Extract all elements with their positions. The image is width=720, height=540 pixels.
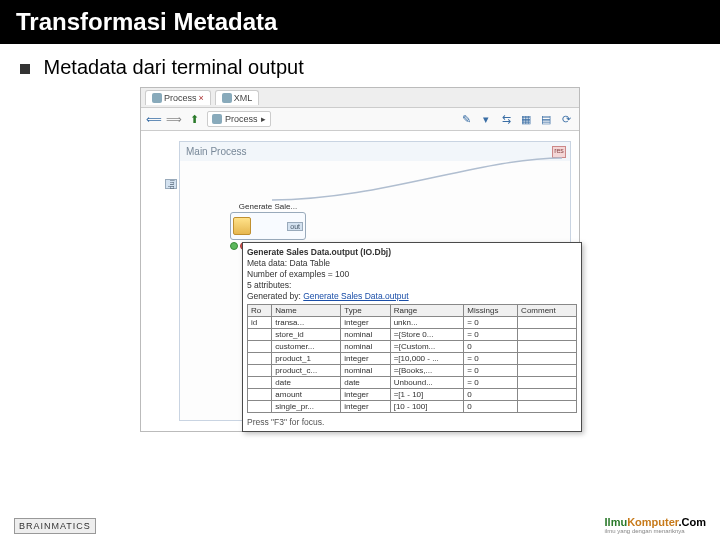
tab-process[interactable]: Process ×	[145, 90, 211, 105]
tooltip-genby: Generated by: Generate Sales Data.output	[247, 291, 577, 301]
wand-icon[interactable]: ✎	[459, 112, 473, 126]
process-icon	[152, 93, 162, 103]
toolbar-right: ✎ ▾ ⇆ ▦ ▤ ⟳	[459, 112, 573, 126]
table-cell: =[1 - 10]	[390, 389, 464, 401]
bullet-icon	[20, 64, 30, 74]
table-cell: = 0	[464, 365, 518, 377]
table-icon	[233, 217, 251, 235]
table-cell	[248, 341, 272, 353]
table-row: store_idnominal={Store 0...= 0	[248, 329, 577, 341]
tooltip-footer: Press "F3" for focus.	[247, 417, 577, 427]
table-cell: id	[248, 317, 272, 329]
table-row: product_c...nominal={Books,...= 0	[248, 365, 577, 377]
table-cell	[248, 401, 272, 413]
table-cell	[248, 389, 272, 401]
table-cell: 0	[464, 341, 518, 353]
table-cell	[248, 353, 272, 365]
result-port[interactable]: res	[552, 146, 566, 158]
table-cell: integer	[341, 401, 390, 413]
down-icon[interactable]: ▾	[479, 112, 493, 126]
table-cell: single_pr...	[272, 401, 341, 413]
table-cell: = 0	[464, 317, 518, 329]
grid-icon[interactable]: ▦	[519, 112, 533, 126]
col-type: Type	[341, 305, 390, 317]
col-range: Range	[390, 305, 464, 317]
table-cell	[518, 317, 577, 329]
table-cell: nominal	[341, 341, 390, 353]
tab-label: Process	[164, 93, 197, 103]
arrows-icon[interactable]: ⇆	[499, 112, 513, 126]
table-cell	[518, 389, 577, 401]
app-window: Process × XML ⟸ ⟹ ⬆ Process ▸ ✎ ▾ ⇆ ▦ ▤ …	[140, 87, 580, 432]
forward-icon[interactable]: ⟹	[167, 112, 181, 126]
toolbar-left: ⟸ ⟹ ⬆ Process ▸	[147, 111, 271, 127]
main-process-title: Main Process	[180, 142, 570, 161]
up-icon[interactable]: ⬆	[187, 112, 201, 126]
table-cell: ={Books,...	[390, 365, 464, 377]
table-row: idtransa...integerunkn...= 0	[248, 317, 577, 329]
table-cell: = 0	[464, 329, 518, 341]
table-cell: customer...	[272, 341, 341, 353]
table-cell: = 0	[464, 353, 518, 365]
toolbar: ⟸ ⟹ ⬆ Process ▸ ✎ ▾ ⇆ ▦ ▤ ⟳	[141, 108, 579, 131]
metadata-table: Ro Name Type Range Missings Comment idtr…	[247, 304, 577, 413]
operator-body[interactable]: out	[230, 212, 306, 240]
back-icon[interactable]: ⟸	[147, 112, 161, 126]
operator-out-port[interactable]: out	[287, 222, 303, 231]
tooltip-examples: Number of examples = 100	[247, 269, 577, 279]
table-cell: date	[341, 377, 390, 389]
table-cell: product_1	[272, 353, 341, 365]
tooltip-title: Generate Sales Data.output (IO.Dbj)	[247, 247, 577, 257]
tooltip-attrs: 5 attributes:	[247, 280, 577, 290]
table-row: amountinteger=[1 - 10]0	[248, 389, 577, 401]
table-cell	[248, 365, 272, 377]
table-cell: date	[272, 377, 341, 389]
breadcrumb[interactable]: Process ▸	[207, 111, 271, 127]
chevron-right-icon: ▸	[261, 114, 266, 124]
table-cell: Unbound...	[390, 377, 464, 389]
table-cell: 0	[464, 401, 518, 413]
col-missings: Missings	[464, 305, 518, 317]
table-cell	[248, 377, 272, 389]
table-cell: [10 - 100]	[390, 401, 464, 413]
subtitle-text: Metadata dari terminal output	[44, 56, 304, 78]
breadcrumb-label: Process	[225, 114, 258, 124]
genby-link[interactable]: Generate Sales Data.output	[303, 291, 408, 301]
table-cell: ={Custom...	[390, 341, 464, 353]
logo-part-c: .Com	[679, 516, 707, 528]
table-cell	[518, 341, 577, 353]
tab-xml[interactable]: XML	[215, 90, 260, 105]
logo-ilmukomputer: IlmuKomputer.Com ilmu yang dengan menari…	[605, 516, 706, 534]
table-cell: integer	[341, 317, 390, 329]
metadata-tooltip: Generate Sales Data.output (IO.Dbj) Meta…	[242, 242, 582, 432]
table-cell: =[10,000 - ...	[390, 353, 464, 365]
table-cell: nominal	[341, 365, 390, 377]
table-cell: integer	[341, 389, 390, 401]
table-cell: product_c...	[272, 365, 341, 377]
tab-label: XML	[234, 93, 253, 103]
table-cell	[248, 329, 272, 341]
layout-icon[interactable]: ▤	[539, 112, 553, 126]
main-process-panel: Main Process res Generate Sale... out Ge…	[179, 141, 571, 421]
refresh-icon[interactable]: ⟳	[559, 112, 573, 126]
table-cell: = 0	[464, 377, 518, 389]
slide-subtitle: Metadata dari terminal output	[0, 44, 720, 87]
input-port[interactable]: inp	[165, 179, 177, 189]
operator-label: Generate Sale...	[230, 202, 306, 211]
table-cell	[518, 365, 577, 377]
genby-label: Generated by:	[247, 291, 301, 301]
tooltip-meta: Meta data: Data Table	[247, 258, 577, 268]
col-role: Ro	[248, 305, 272, 317]
process-canvas[interactable]: inp Main Process res Generate Sale... ou…	[141, 131, 579, 431]
footer: BRAINMATICS IlmuKomputer.Com ilmu yang d…	[14, 516, 706, 534]
close-icon[interactable]: ×	[199, 93, 204, 103]
logo-tagline: ilmu yang dengan menariknya	[605, 528, 706, 534]
col-name: Name	[272, 305, 341, 317]
process-icon	[212, 114, 222, 124]
table-cell	[518, 329, 577, 341]
table-cell: unkn...	[390, 317, 464, 329]
table-row: customer...nominal={Custom...0	[248, 341, 577, 353]
table-row: product_1integer=[10,000 - ...= 0	[248, 353, 577, 365]
table-cell	[518, 377, 577, 389]
logo-brainmatics: BRAINMATICS	[14, 518, 96, 534]
